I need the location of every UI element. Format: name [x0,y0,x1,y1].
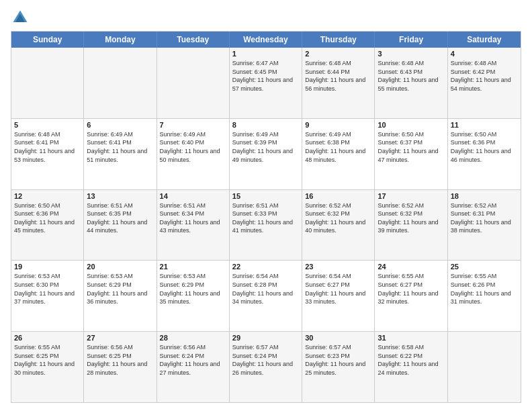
calendar-row-4: 26Sunrise: 6:55 AMSunset: 6:25 PMDayligh… [11,332,521,402]
header-day-saturday: Saturday [448,32,521,48]
header-day-tuesday: Tuesday [157,32,230,48]
logo [11,8,32,27]
cell-info: Sunrise: 6:54 AMSunset: 6:27 PMDaylight:… [305,272,371,306]
calendar-cell-day-27: 27Sunrise: 6:56 AMSunset: 6:25 PMDayligh… [84,332,157,402]
cell-info: Sunrise: 6:49 AMSunset: 6:39 PMDaylight:… [232,130,299,164]
calendar-cell-day-25: 25Sunrise: 6:55 AMSunset: 6:26 PMDayligh… [448,261,521,331]
calendar-cell-empty [11,48,84,118]
calendar-cell-day-26: 26Sunrise: 6:55 AMSunset: 6:25 PMDayligh… [11,332,84,402]
calendar-row-1: 5Sunrise: 6:48 AMSunset: 6:41 PMDaylight… [11,119,521,190]
day-number: 1 [232,50,299,58]
calendar-cell-day-20: 20Sunrise: 6:53 AMSunset: 6:29 PMDayligh… [84,261,157,331]
day-number: 2 [305,50,371,58]
day-number: 9 [305,121,371,129]
cell-info: Sunrise: 6:57 AMSunset: 6:23 PMDaylight:… [305,343,371,377]
calendar-cell-day-31: 31Sunrise: 6:58 AMSunset: 6:22 PMDayligh… [375,332,447,402]
calendar-cell-empty [448,332,521,402]
day-number: 25 [451,263,518,271]
cell-info: Sunrise: 6:52 AMSunset: 6:31 PMDaylight:… [451,201,518,235]
cell-info: Sunrise: 6:53 AMSunset: 6:29 PMDaylight:… [160,272,226,306]
calendar-cell-day-5: 5Sunrise: 6:48 AMSunset: 6:41 PMDaylight… [11,119,84,189]
cell-info: Sunrise: 6:48 AMSunset: 6:41 PMDaylight:… [14,130,81,164]
day-number: 5 [14,121,81,129]
calendar-cell-day-18: 18Sunrise: 6:52 AMSunset: 6:31 PMDayligh… [448,190,521,261]
cell-info: Sunrise: 6:49 AMSunset: 6:38 PMDaylight:… [305,130,371,164]
day-number: 20 [87,263,153,271]
day-number: 10 [378,121,444,129]
cell-info: Sunrise: 6:50 AMSunset: 6:36 PMDaylight:… [451,130,518,164]
cell-info: Sunrise: 6:51 AMSunset: 6:33 PMDaylight:… [232,201,299,235]
calendar-cell-day-24: 24Sunrise: 6:55 AMSunset: 6:27 PMDayligh… [375,261,447,331]
calendar: SundayMondayTuesdayWednesdayThursdayFrid… [11,31,521,403]
cell-info: Sunrise: 6:57 AMSunset: 6:24 PMDaylight:… [232,343,299,377]
header-day-monday: Monday [84,32,157,48]
day-number: 24 [378,263,444,271]
day-number: 18 [451,192,518,200]
header-day-thursday: Thursday [302,32,375,48]
calendar-cell-day-17: 17Sunrise: 6:52 AMSunset: 6:32 PMDayligh… [375,190,447,261]
day-number: 15 [232,192,299,200]
calendar-cell-day-11: 11Sunrise: 6:50 AMSunset: 6:36 PMDayligh… [448,119,521,189]
cell-info: Sunrise: 6:55 AMSunset: 6:25 PMDaylight:… [14,343,81,377]
cell-info: Sunrise: 6:48 AMSunset: 6:43 PMDaylight:… [378,59,444,93]
cell-info: Sunrise: 6:49 AMSunset: 6:40 PMDaylight:… [160,130,226,164]
day-number: 19 [14,263,81,271]
page: SundayMondayTuesdayWednesdayThursdayFrid… [0,0,532,411]
calendar-cell-day-23: 23Sunrise: 6:54 AMSunset: 6:27 PMDayligh… [302,261,375,331]
calendar-cell-day-30: 30Sunrise: 6:57 AMSunset: 6:23 PMDayligh… [302,332,375,402]
calendar-cell-day-28: 28Sunrise: 6:56 AMSunset: 6:24 PMDayligh… [157,332,230,402]
cell-info: Sunrise: 6:58 AMSunset: 6:22 PMDaylight:… [378,343,444,377]
cell-info: Sunrise: 6:49 AMSunset: 6:41 PMDaylight:… [87,130,153,164]
day-number: 31 [378,334,444,342]
cell-info: Sunrise: 6:48 AMSunset: 6:42 PMDaylight:… [451,59,518,93]
day-number: 7 [160,121,226,129]
cell-info: Sunrise: 6:55 AMSunset: 6:27 PMDaylight:… [378,272,444,306]
calendar-cell-day-10: 10Sunrise: 6:50 AMSunset: 6:37 PMDayligh… [375,119,447,189]
calendar-cell-day-9: 9Sunrise: 6:49 AMSunset: 6:38 PMDaylight… [302,119,375,189]
calendar-cell-day-21: 21Sunrise: 6:53 AMSunset: 6:29 PMDayligh… [157,261,230,331]
cell-info: Sunrise: 6:53 AMSunset: 6:29 PMDaylight:… [87,272,153,306]
day-number: 22 [232,263,299,271]
calendar-row-0: 1Sunrise: 6:47 AMSunset: 6:45 PMDaylight… [11,48,521,119]
day-number: 21 [160,263,226,271]
day-number: 3 [378,50,444,58]
day-number: 29 [232,334,299,342]
cell-info: Sunrise: 6:53 AMSunset: 6:30 PMDaylight:… [14,272,81,306]
cell-info: Sunrise: 6:51 AMSunset: 6:35 PMDaylight:… [87,201,153,235]
calendar-cell-day-4: 4Sunrise: 6:48 AMSunset: 6:42 PMDaylight… [448,48,521,118]
cell-info: Sunrise: 6:54 AMSunset: 6:28 PMDaylight:… [232,272,299,306]
day-number: 4 [451,50,518,58]
calendar-cell-empty [84,48,157,118]
cell-info: Sunrise: 6:56 AMSunset: 6:24 PMDaylight:… [160,343,226,377]
calendar-cell-day-16: 16Sunrise: 6:52 AMSunset: 6:32 PMDayligh… [302,190,375,261]
calendar-cell-day-7: 7Sunrise: 6:49 AMSunset: 6:40 PMDaylight… [157,119,230,189]
calendar-cell-day-1: 1Sunrise: 6:47 AMSunset: 6:45 PMDaylight… [230,48,302,118]
calendar-cell-empty [157,48,230,118]
calendar-cell-day-19: 19Sunrise: 6:53 AMSunset: 6:30 PMDayligh… [11,261,84,331]
cell-info: Sunrise: 6:50 AMSunset: 6:36 PMDaylight:… [14,201,81,235]
day-number: 23 [305,263,371,271]
cell-info: Sunrise: 6:55 AMSunset: 6:26 PMDaylight:… [451,272,518,306]
day-number: 13 [87,192,153,200]
calendar-cell-day-29: 29Sunrise: 6:57 AMSunset: 6:24 PMDayligh… [230,332,302,402]
calendar-cell-day-15: 15Sunrise: 6:51 AMSunset: 6:33 PMDayligh… [230,190,302,261]
cell-info: Sunrise: 6:50 AMSunset: 6:37 PMDaylight:… [378,130,444,164]
calendar-row-2: 12Sunrise: 6:50 AMSunset: 6:36 PMDayligh… [11,190,521,261]
day-number: 26 [14,334,81,342]
day-number: 12 [14,192,81,200]
cell-info: Sunrise: 6:52 AMSunset: 6:32 PMDaylight:… [305,201,371,235]
header [11,8,521,27]
day-number: 27 [87,334,153,342]
cell-info: Sunrise: 6:52 AMSunset: 6:32 PMDaylight:… [378,201,444,235]
day-number: 11 [451,121,518,129]
cell-info: Sunrise: 6:56 AMSunset: 6:25 PMDaylight:… [87,343,153,377]
calendar-cell-day-6: 6Sunrise: 6:49 AMSunset: 6:41 PMDaylight… [84,119,157,189]
header-day-sunday: Sunday [11,32,84,48]
calendar-cell-day-13: 13Sunrise: 6:51 AMSunset: 6:35 PMDayligh… [84,190,157,261]
cell-info: Sunrise: 6:51 AMSunset: 6:34 PMDaylight:… [160,201,226,235]
day-number: 30 [305,334,371,342]
day-number: 6 [87,121,153,129]
calendar-cell-day-22: 22Sunrise: 6:54 AMSunset: 6:28 PMDayligh… [230,261,302,331]
header-day-wednesday: Wednesday [230,32,302,48]
calendar-cell-day-3: 3Sunrise: 6:48 AMSunset: 6:43 PMDaylight… [375,48,447,118]
